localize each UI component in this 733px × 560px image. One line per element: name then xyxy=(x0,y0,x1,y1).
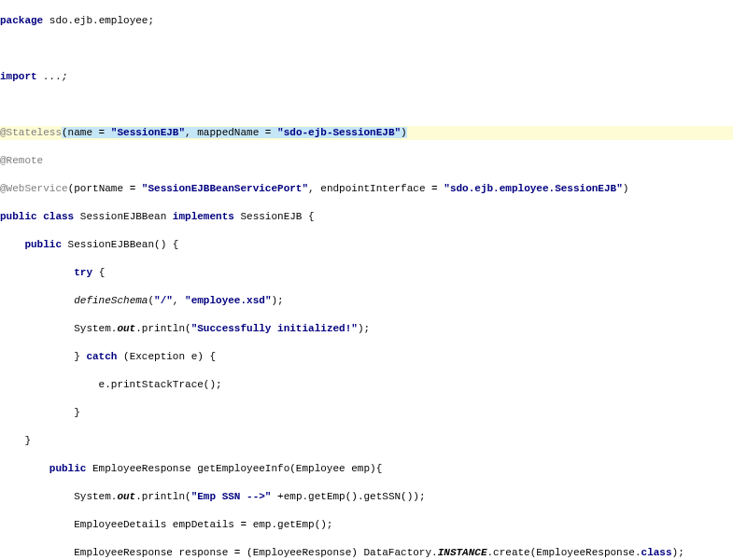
text: } xyxy=(0,351,86,362)
text: } xyxy=(0,435,31,446)
method-call: defineSchema xyxy=(74,295,148,306)
keyword: try xyxy=(74,267,92,278)
string: "employee.xsd" xyxy=(185,295,271,306)
blank-line xyxy=(0,98,733,112)
text: SessionEJBBean() { xyxy=(62,239,178,250)
selection: (name = "SessionEJB", mappedName = "sdo-… xyxy=(62,127,407,138)
string: "sdo-ejb-SessionEJB" xyxy=(277,127,401,138)
keyword: public xyxy=(24,239,62,250)
code-line: } catch (Exception e) { xyxy=(0,350,733,364)
text: e.printStackTrace(); xyxy=(0,379,222,390)
code-line: System.out.println("Emp SSN -->" +emp.ge… xyxy=(0,490,733,504)
code-line: public EmployeeResponse getEmployeeInfo(… xyxy=(0,462,733,476)
code-line: public SessionEJBBean() { xyxy=(0,238,733,252)
static-field: INSTANCE xyxy=(438,547,487,558)
text: } xyxy=(0,407,80,418)
text: .create(EmployeeResponse. xyxy=(487,547,641,558)
code-line: import ...; xyxy=(0,70,733,84)
keyword: package xyxy=(0,15,43,26)
code-line: } xyxy=(0,434,733,448)
text: , endpointInterface = xyxy=(308,183,444,194)
code-line: @WebService(portName = "SessionEJBBeanSe… xyxy=(0,182,733,196)
blank-line xyxy=(0,42,733,56)
text: ); xyxy=(358,323,370,334)
text: , mappedName = xyxy=(185,127,277,138)
keyword: public xyxy=(49,463,87,474)
annotation: @Remote xyxy=(0,155,43,166)
static-field: out xyxy=(117,323,135,334)
text: ...; xyxy=(37,71,68,82)
keyword: catch xyxy=(86,351,117,362)
keyword: public class xyxy=(0,211,74,222)
annotation: @WebService xyxy=(0,183,68,194)
highlighted-line: @Stateless(name = "SessionEJB", mappedNa… xyxy=(0,126,733,140)
text: (Exception e) { xyxy=(117,351,216,362)
text: EmployeeResponse getEmployeeInfo(Employe… xyxy=(86,463,382,474)
code-line: public class SessionEJBBean implements S… xyxy=(0,210,733,224)
text: ) xyxy=(401,127,407,138)
text: { xyxy=(92,267,105,278)
text: System. xyxy=(0,323,117,334)
code-line: } xyxy=(0,406,733,420)
text: .println( xyxy=(135,491,190,502)
string: "sdo.ejb.employee.SessionEJB" xyxy=(444,183,622,194)
annotation: @Stateless xyxy=(0,127,62,138)
text: (name = xyxy=(62,127,111,138)
code-line: try { xyxy=(0,266,733,280)
text: ) xyxy=(623,183,629,194)
text: SessionEJBBean xyxy=(74,211,173,222)
text: , xyxy=(173,295,185,306)
code-line: defineSchema("/", "employee.xsd"); xyxy=(0,294,733,308)
text: EmployeeDetails empDetails = emp.getEmp(… xyxy=(0,519,332,530)
text: .println( xyxy=(135,323,190,334)
keyword: class xyxy=(641,547,672,558)
code-line: @Remote xyxy=(0,154,733,168)
string: "/" xyxy=(154,295,173,306)
code-line: EmployeeResponse response = (EmployeeRes… xyxy=(0,546,733,560)
string: "Successfully initialized!" xyxy=(191,323,358,334)
code-line: e.printStackTrace(); xyxy=(0,378,733,392)
text: SessionEJB { xyxy=(234,211,315,222)
keyword: implements xyxy=(173,211,234,222)
text: (portName = xyxy=(68,183,142,194)
code-line: package sdo.ejb.employee; xyxy=(0,14,733,28)
text: ); xyxy=(271,295,283,306)
string: "SessionEJB" xyxy=(111,127,185,138)
code-line: EmployeeDetails empDetails = emp.getEmp(… xyxy=(0,518,733,532)
string: "SessionEJBBeanServicePort" xyxy=(142,183,308,194)
text: +emp.getEmp().getSSN()); xyxy=(271,491,425,502)
text: EmployeeResponse response = (EmployeeRes… xyxy=(0,547,438,558)
code-line: System.out.println("Successfully initial… xyxy=(0,322,733,336)
text: System. xyxy=(0,491,117,502)
keyword: import xyxy=(0,71,37,82)
text: sdo.ejb.employee; xyxy=(43,15,154,26)
string: "Emp SSN -->" xyxy=(191,491,272,502)
static-field: out xyxy=(117,491,135,502)
code-editor[interactable]: package sdo.ejb.employee; import ...; @S… xyxy=(0,0,733,560)
text: ); xyxy=(672,547,684,558)
